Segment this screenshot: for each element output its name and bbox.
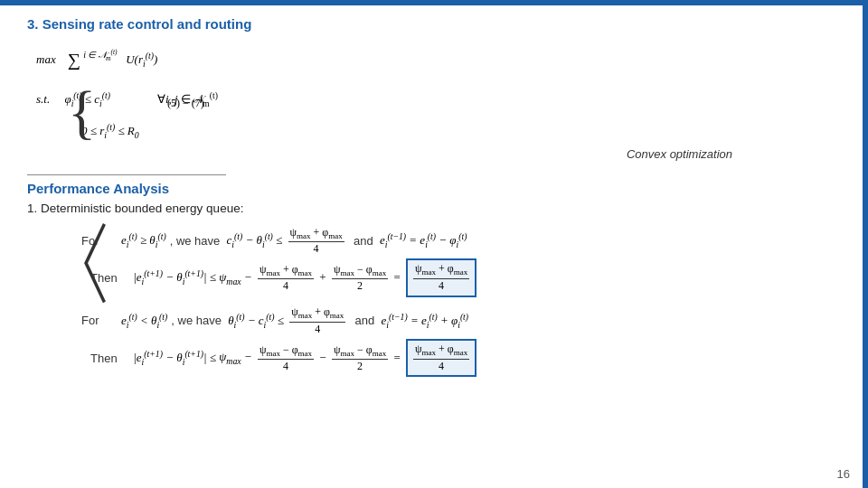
max-formula: max ∑ i ∈ 𝒩m(t) U(ri(t)) <box>36 48 157 70</box>
highlight-result-2: ψmax + φmax 4 <box>406 339 476 378</box>
top-formula-area: max ∑ i ∈ 𝒩m(t) U(ri(t)) s.t. φi(t) ≤ ci… <box>27 41 841 167</box>
frac-psi-phi-4-a: ψmax + φmax 4 <box>288 226 344 256</box>
ineq1: ci(t) − θi(t) ≤ <box>227 231 283 249</box>
proof-block: 〈 For ei(t) ≥ θi(t) , we have ci(t) − θi… <box>27 224 841 377</box>
page-number: 16 <box>837 467 850 481</box>
for-condition-1: ei(t) ≥ θi(t) <box>121 231 166 249</box>
convex-label: Convex optimization <box>627 147 732 161</box>
sub-title: 1. Deterministic bounded energy queue: <box>27 202 841 215</box>
frac-psi-phi-4-b: ψmax + φmax 4 <box>258 263 314 293</box>
for-label-2: For <box>81 314 118 327</box>
then-ineq-1: |ei(t+1) − θi(t+1)| ≤ <box>133 268 216 286</box>
ref-label: (5) − (7) <box>167 97 204 110</box>
and-2: and <box>355 314 375 327</box>
then-row-1: Then |ei(t+1) − θi(t+1)| ≤ ψmax − ψmax +… <box>90 258 841 297</box>
section-divider <box>27 174 226 175</box>
left-brace: { <box>68 83 96 142</box>
main-content: 3. Sensing rate control and routing max … <box>27 16 841 461</box>
frac-psi-phi-4-d: ψmax − φmax 4 <box>258 343 314 373</box>
highlight-result-1: ψmax + φmax 4 <box>406 258 476 297</box>
for-row-2: For ei(t) < θi(t) , we have θi(t) − ci(t… <box>81 305 841 337</box>
ineq2: θi(t) − ci(t) ≤ <box>228 312 284 330</box>
eq2: ei(t−1) = ei(t) + φi(t) <box>382 312 469 330</box>
top-bar <box>0 0 868 5</box>
then-row-2: Then |ei(t+1) − θi(t+1)| ≤ ψmax − ψmax −… <box>90 339 841 378</box>
large-left-brace: 〈 <box>27 221 118 311</box>
performance-title: Performance Analysis <box>27 181 841 196</box>
eq1: ei(t−1) = ei(t) − φi(t) <box>380 231 467 249</box>
frac-psi-phi-4-c: ψmax + φmax 4 <box>289 305 345 335</box>
then-label-2: Then <box>90 352 127 365</box>
and-1: and <box>354 234 373 248</box>
for-condition-2: ei(t) < θi(t) <box>121 312 167 330</box>
we-have-2: , we have <box>171 314 222 327</box>
section-title: 3. Sensing rate control and routing <box>27 16 841 32</box>
right-bar <box>863 0 868 488</box>
then-ineq-2: |ei(t+1) − θi(t+1)| ≤ <box>133 349 216 367</box>
for-row-1: For ei(t) ≥ θi(t) , we have ci(t) − θi(t… <box>81 224 841 257</box>
frac-psi-minus-4-b: ψmax − φmax 2 <box>332 263 388 293</box>
frac-psi-minus-4-d: ψmax − φmax 2 <box>332 343 388 373</box>
we-have-1: , we have <box>170 234 221 248</box>
